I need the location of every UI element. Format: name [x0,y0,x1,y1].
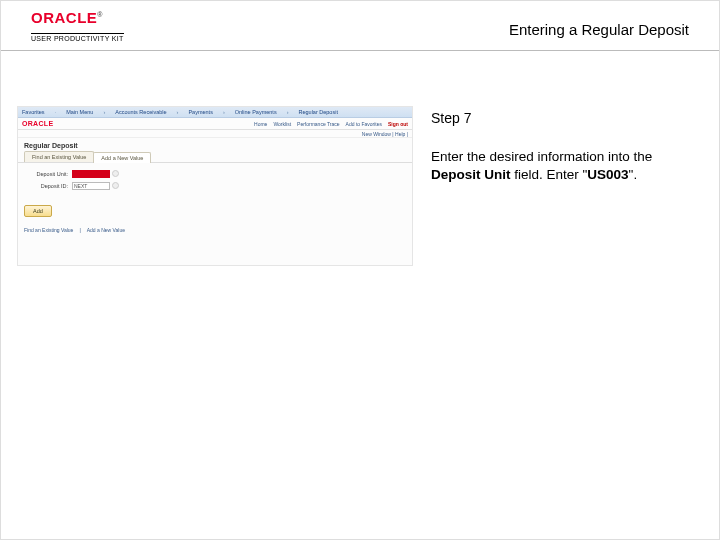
step-text: Enter the desired information into the D… [431,148,691,184]
text-suffix: ". [629,167,638,182]
add-button[interactable]: Add [24,205,52,217]
lookup-icon[interactable] [112,170,119,177]
row-deposit-unit: Deposit Unit: [24,169,406,178]
nav-home: Home [254,121,267,127]
deposit-id-input[interactable]: NEXT [72,182,110,190]
row-deposit-id: Deposit ID: NEXT [24,181,406,190]
form-area: Deposit Unit: Deposit ID: NEXT [18,163,412,199]
page-section-title: Regular Deposit [18,138,412,151]
entry-value: US003 [587,167,628,182]
text-mid: field. Enter " [511,167,588,182]
label-deposit-id: Deposit ID: [24,183,72,189]
label-deposit-unit: Deposit Unit: [24,171,72,177]
crumb: Online Payments [235,109,277,115]
embedded-screenshot: Favorites· Main Menu› Accounts Receivabl… [17,106,413,266]
instruction-panel: Step 7 Enter the desired information int… [431,106,703,266]
header: ORACLE® USER PRODUCTIVITY KIT Entering a… [1,1,719,51]
app-nav: Home Worklist Performance Trace Add to F… [254,121,408,127]
footer-links: Find an Existing Value | Add a New Value [18,217,412,233]
crumb: Payments [188,109,212,115]
main-row: Favorites· Main Menu› Accounts Receivabl… [17,106,703,266]
step-number: Step 7 [431,110,703,126]
deposit-unit-input[interactable] [72,170,110,178]
nav-signout: Sign out [388,121,408,127]
crumb: Accounts Receivable [115,109,166,115]
footer-link-add: Add a New Value [87,227,125,233]
nav-performance: Performance Trace [297,121,340,127]
text-prefix: Enter the desired information into the [431,149,652,164]
tab-find-existing[interactable]: Find an Existing Value [24,151,94,162]
new-window-bar: New Window | Help | [18,130,412,138]
product-name: USER PRODUCTIVITY KIT [31,33,124,42]
crumb: Regular Deposit [298,109,337,115]
breadcrumb-bar: Favorites· Main Menu› Accounts Receivabl… [18,107,412,118]
lookup-icon[interactable] [112,182,119,189]
slide: ORACLE® USER PRODUCTIVITY KIT Entering a… [0,0,720,540]
brand-text: ORACLE [31,9,97,26]
field-name: Deposit Unit [431,167,511,182]
tab-add-new[interactable]: Add a New Value [93,152,151,163]
tab-strip: Find an Existing Value Add a New Value [18,151,412,163]
nav-worklist: Worklist [273,121,291,127]
topic-title: Entering a Regular Deposit [509,21,689,38]
app-brand: ORACLE [22,120,53,127]
trademark: ® [97,11,102,18]
crumb: Main Menu [66,109,93,115]
oracle-logo: ORACLE® USER PRODUCTIVITY KIT [31,9,124,45]
footer-link-find: Find an Existing Value [24,227,73,233]
nav-add-favorites: Add to Favorites [346,121,382,127]
crumb: Favorites [22,109,45,115]
app-subbar: ORACLE Home Worklist Performance Trace A… [18,118,412,130]
